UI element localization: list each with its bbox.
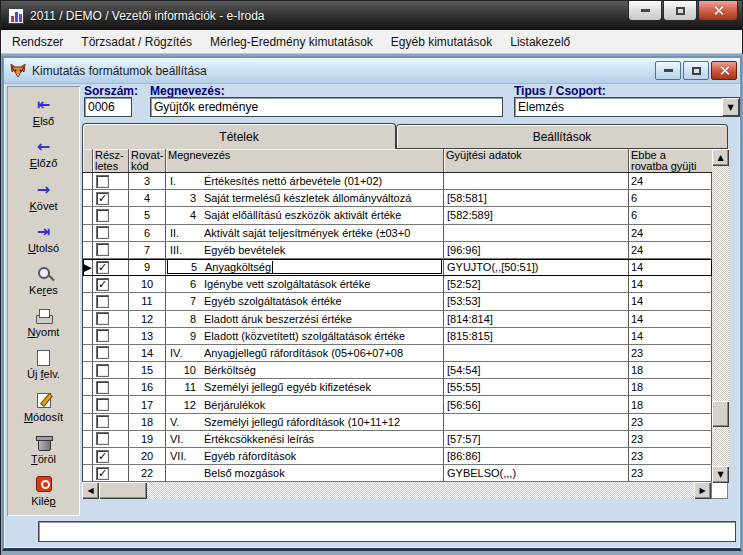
tab-beallitasok[interactable]: Beállítások	[396, 124, 728, 148]
row-checkbox[interactable]	[96, 243, 109, 256]
rovatkod-cell: 3	[129, 173, 166, 189]
megnevezes-cell: 10Bérköltség	[166, 362, 444, 378]
table-row[interactable]: 18V.Személyi jellegű ráfordítások (10+11…	[83, 414, 712, 431]
table-row[interactable]: 7III.Egyéb bevételek[96:96]24	[83, 242, 712, 259]
horizontal-scrollbar[interactable]: ◀ ▶	[82, 482, 711, 499]
table-row[interactable]: 128Eladott áruk beszerzési értéke[814:81…	[83, 311, 712, 328]
toolbar-button-edit[interactable]: Módosít	[7, 385, 80, 427]
toolbar-button-next[interactable]: →Követ	[7, 174, 80, 216]
table-row[interactable]: 1712Bérjárulékok[56:56]18	[83, 396, 712, 413]
row-checkbox[interactable]	[96, 175, 109, 188]
row-checkbox[interactable]: ✓	[96, 450, 109, 463]
horizontal-scroll-thumb[interactable]	[99, 482, 147, 499]
checkbox-cell[interactable]	[93, 207, 129, 223]
row-checkbox[interactable]	[96, 364, 109, 377]
checkbox-cell[interactable]: ✓	[93, 259, 129, 275]
table-row[interactable]: ✓20VII.Egyéb ráfordítások[86:86]23	[83, 448, 712, 465]
row-checkbox[interactable]: ✓	[96, 261, 109, 274]
row-checkbox[interactable]	[96, 432, 109, 445]
toolbar-button-label: Töröl	[31, 453, 56, 465]
toolbar-button-last[interactable]: ⇥Utolsó	[7, 217, 80, 259]
checkbox-cell[interactable]	[93, 379, 129, 395]
checkbox-cell[interactable]	[93, 225, 129, 241]
close-button[interactable]	[698, 1, 738, 21]
checkbox-cell[interactable]	[93, 345, 129, 361]
tipus-combo[interactable]: Elemzés ▼	[514, 97, 740, 117]
row-checkbox[interactable]	[96, 295, 109, 308]
toolbar-button-label: Módosít	[24, 411, 63, 423]
row-checkbox[interactable]: ✓	[96, 278, 109, 291]
checkbox-cell[interactable]	[93, 311, 129, 327]
row-checkbox[interactable]	[96, 329, 109, 342]
dialog-maximize-button[interactable]	[683, 61, 709, 80]
status-field[interactable]	[38, 521, 736, 542]
table-row[interactable]: 3I.Értékesítés nettó árbevétele (01+02)2…	[83, 173, 712, 190]
sorszam-input[interactable]	[84, 97, 132, 117]
row-checkbox[interactable]	[96, 312, 109, 325]
menu-item[interactable]: Törzsadat / Rögzítés	[72, 32, 201, 52]
menu-item[interactable]: Egyéb kimutatások	[382, 32, 501, 52]
checkbox-cell[interactable]: ✓	[93, 276, 129, 292]
scroll-right-button[interactable]: ▶	[694, 482, 711, 499]
table-row[interactable]: ✓43Saját termelésű készletek állományvál…	[83, 190, 712, 207]
row-checkbox[interactable]: ✓	[96, 467, 109, 480]
checkbox-cell[interactable]: ✓	[93, 465, 129, 481]
table-row[interactable]: ✓22Belső mozgásokGYBELSO(,,,)23	[83, 465, 712, 482]
horizontal-scroll-track[interactable]	[147, 482, 694, 499]
megnevezes-input[interactable]	[150, 97, 503, 117]
table-row[interactable]: 1611Személyi jellegű egyéb kifizetések[5…	[83, 379, 712, 396]
checkbox-cell[interactable]	[93, 328, 129, 344]
toolbar-button-search[interactable]: Keres	[7, 259, 80, 301]
vertical-scrollbar[interactable]: ▲ ▼	[712, 149, 729, 483]
scroll-down-button[interactable]: ▼	[712, 466, 729, 483]
row-marker-cell	[83, 173, 93, 189]
toolbar-button-delete[interactable]: Töröl	[7, 428, 80, 470]
toolbar-button-print[interactable]: Nyomt	[7, 301, 80, 343]
scroll-left-button[interactable]: ◀	[82, 482, 99, 499]
minimize-button[interactable]	[628, 1, 662, 21]
menu-item[interactable]: Listakezelő	[501, 32, 579, 52]
table-row[interactable]: 1510Bérköltség[54:54]18	[83, 362, 712, 379]
checkbox-cell[interactable]: ✓	[93, 448, 129, 464]
menu-item[interactable]: Rendszer	[3, 32, 72, 52]
checkbox-cell[interactable]	[93, 242, 129, 258]
row-checkbox[interactable]	[96, 398, 109, 411]
table-row[interactable]: 117Egyéb szolgáltatások értéke[53:53]14	[83, 293, 712, 310]
checkbox-cell[interactable]	[93, 362, 129, 378]
table-row[interactable]: ▶✓95AnyagköltségGYUJTO(,,[50:51])14	[83, 259, 712, 276]
toolbar-button-first[interactable]: ⇤Első	[7, 90, 80, 132]
checkbox-cell[interactable]: ✓	[93, 190, 129, 206]
dialog-minimize-button[interactable]	[655, 61, 681, 80]
checkbox-cell[interactable]	[93, 396, 129, 412]
name-edit-box[interactable]: 5Anyagköltség	[167, 259, 442, 274]
row-checkbox[interactable]	[96, 381, 109, 394]
toolbar-button-exit[interactable]: Kilép	[7, 470, 80, 512]
row-checkbox[interactable]	[96, 226, 109, 239]
table-row[interactable]: 14IV.Anyagjellegű ráfordítások (05+06+07…	[83, 345, 712, 362]
scroll-up-button[interactable]: ▲	[712, 149, 729, 166]
table-row[interactable]: 139Eladott (közvetített) szolgáltatások …	[83, 328, 712, 345]
dialog-close-button[interactable]	[711, 61, 737, 80]
checkbox-cell[interactable]	[93, 293, 129, 309]
row-checkbox[interactable]	[96, 209, 109, 222]
toolbar-button-label: Első	[33, 115, 54, 127]
combo-dropdown-button[interactable]: ▼	[722, 98, 739, 116]
menu-item[interactable]: Mérleg-Eredmény kimutatások	[201, 32, 382, 52]
checkbox-cell[interactable]	[93, 173, 129, 189]
maximize-button[interactable]	[663, 1, 697, 21]
table-row[interactable]: 19VI.Értékcsökkenési leírás[57:57]23	[83, 431, 712, 448]
table-row[interactable]: ✓106Igénybe vett szolgáltatások értéke[5…	[83, 276, 712, 293]
checkbox-cell[interactable]	[93, 431, 129, 447]
checkbox-cell[interactable]	[93, 414, 129, 430]
table-row[interactable]: 54Saját előállítású eszközök aktivált ér…	[83, 207, 712, 224]
vertical-scroll-thumb[interactable]	[712, 401, 729, 427]
toolbar-button-new-record[interactable]: Új felv.	[7, 343, 80, 385]
rovatkod-cell: 11	[129, 293, 166, 309]
row-checkbox[interactable]	[96, 346, 109, 359]
row-checkbox[interactable]: ✓	[96, 192, 109, 205]
name-prefix: VII.	[170, 450, 196, 462]
row-checkbox[interactable]	[96, 415, 109, 428]
toolbar-button-previous[interactable]: ←Előző	[7, 132, 80, 174]
table-row[interactable]: 6II.Aktivált saját teljesítmények értéke…	[83, 225, 712, 242]
tab-tetelek[interactable]: Tételek	[82, 123, 396, 149]
